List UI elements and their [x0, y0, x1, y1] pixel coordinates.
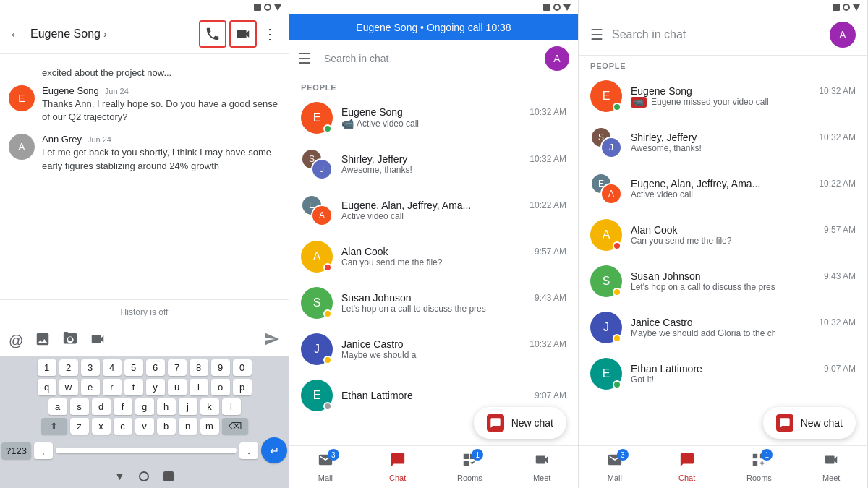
new-chat-fab-p3[interactable]: New chat [763, 407, 856, 439]
back-button[interactable]: ← [9, 26, 23, 43]
video-call-button[interactable] [229, 20, 257, 48]
camera-button[interactable] [62, 331, 78, 351]
chat-list-item[interactable]: J Janice Castro 10:32 AM Maybe we should… [289, 326, 578, 372]
chat-avatar-wrap: E [590, 80, 622, 112]
chat-list-item[interactable]: A Alan Cook 9:57 AM Can you send me the … [289, 234, 578, 280]
key-2[interactable]: 2 [59, 359, 78, 376]
chat-list-item[interactable]: E A Eugene, Alan, Jeffrey, Ama... 10:22 … [289, 187, 578, 234]
shift-key[interactable]: ⇧ [41, 418, 67, 435]
hamburger-menu-icon[interactable]: ☰ [298, 50, 311, 67]
space-key[interactable] [56, 448, 237, 453]
nav-rooms[interactable]: 1 Rooms [434, 446, 506, 488]
chat-list-item[interactable]: E Eugene Song 10:32 AM 📹 Active video ca… [289, 95, 578, 141]
key-b[interactable]: b [157, 418, 176, 435]
key-z[interactable]: z [70, 418, 89, 435]
key-0[interactable]: 0 [233, 359, 252, 376]
chat-list-item[interactable]: J Janice Castro 10:32 AM Maybe we should… [579, 304, 867, 351]
chat-info: Susan Johnson 9:43 AM Let's hop on a cal… [631, 270, 856, 292]
key-k[interactable]: k [200, 398, 219, 415]
phone-call-button[interactable] [199, 20, 226, 48]
chat-avatar-wrap: J [590, 312, 622, 343]
user-avatar-search[interactable]: A [545, 46, 569, 71]
key-f[interactable]: f [114, 398, 132, 415]
chat-name: Ethan Lattimore [631, 363, 702, 374]
key-p[interactable]: p [233, 379, 252, 395]
nav-chat[interactable]: Chat [362, 446, 434, 488]
battery-icon-p3 [853, 4, 860, 11]
key-h[interactable]: h [157, 398, 176, 415]
key-t[interactable]: t [124, 379, 143, 395]
key-5[interactable]: 5 [124, 359, 143, 376]
key-r[interactable]: r [103, 379, 122, 395]
chat-list-item[interactable]: E Eugene Song 10:32 AM 📹 Eugene missed y… [579, 73, 867, 119]
search-bar-p3[interactable]: Search in chat [612, 28, 821, 41]
search-input[interactable]: Search in chat [318, 50, 537, 67]
key-d[interactable]: d [92, 398, 111, 415]
key-o[interactable]: o [211, 379, 230, 395]
send-button[interactable] [264, 331, 280, 351]
backspace-key[interactable]: ⌫ [222, 418, 248, 435]
key-u[interactable]: u [168, 379, 187, 395]
key-y[interactable]: y [146, 379, 165, 395]
key-q[interactable]: q [38, 379, 56, 395]
chat-list-item[interactable]: E A Eugene, Alan, Jeffrey, Ama... 10:22 … [579, 166, 867, 212]
chat-list-item[interactable]: S Susan Johnson 9:43 AM Let's hop on a c… [579, 258, 867, 304]
user-avatar-p3[interactable]: A [830, 22, 856, 48]
key-g[interactable]: g [135, 398, 154, 415]
chat-avatar-wrap: S [301, 287, 333, 319]
mention-button[interactable]: @ [9, 333, 23, 349]
key-c[interactable]: c [114, 418, 132, 435]
chat-name: Eugene Song [631, 85, 692, 97]
chat-list-item[interactable]: S J Shirley, Jeffery 10:32 AM Awesome, t… [579, 119, 867, 166]
message-item: E Eugene Song Jun 24 Thanks Ann, I reall… [9, 85, 280, 124]
nav-meet-label-p3: Meet [822, 474, 840, 482]
nav-meet-p3[interactable]: Meet [795, 446, 867, 488]
key-j[interactable]: j [179, 398, 197, 415]
key-v[interactable]: v [135, 418, 154, 435]
period-key[interactable]: . [239, 442, 258, 459]
key-n[interactable]: n [179, 418, 197, 435]
chat-time: 9:57 AM [824, 225, 856, 235]
key-9[interactable]: 9 [211, 359, 230, 376]
chat-list-item[interactable]: E Ethan Lattimore 9:07 AM Got it! [579, 351, 867, 397]
chat-list-item[interactable]: S J Shirley, Jeffery 10:32 AM Awesome, t… [289, 141, 578, 187]
symbols-key[interactable]: ?123 [1, 442, 31, 459]
key-a[interactable]: a [48, 398, 67, 415]
key-x[interactable]: x [92, 418, 111, 435]
image-button[interactable] [35, 331, 51, 351]
chat-info: Alan Cook 9:57 AM Can you send me the fi… [631, 224, 856, 246]
people-section-label-p3: PEOPLE [579, 56, 867, 73]
nav-meet[interactable]: Meet [506, 446, 578, 488]
key-7[interactable]: 7 [168, 359, 187, 376]
key-l[interactable]: l [222, 398, 241, 415]
chat-avatar-wrap: E [590, 358, 622, 390]
keyboard-down-icon[interactable]: ▼ [115, 471, 125, 482]
key-m[interactable]: m [200, 418, 219, 435]
svg-rect-0 [753, 454, 757, 458]
chat-list-item[interactable]: S Susan Johnson 9:43 AM Let's hop on a c… [289, 280, 578, 326]
new-chat-fab[interactable]: New chat [474, 407, 566, 439]
nav-rooms-p3[interactable]: 1 Rooms [723, 446, 796, 488]
comma-key[interactable]: , [34, 442, 53, 459]
ongoing-call-banner[interactable]: Eugene Song • Ongoing call 10:38 [289, 14, 578, 40]
key-w[interactable]: w [59, 379, 78, 395]
nav-chat-p3[interactable]: Chat [651, 446, 723, 488]
hamburger-menu-p3[interactable]: ☰ [590, 26, 603, 43]
nav-mail-p3[interactable]: 3 Mail [579, 446, 651, 488]
key-i[interactable]: i [190, 379, 208, 395]
key-s[interactable]: s [70, 398, 89, 415]
nav-mail[interactable]: 3 Mail [289, 446, 362, 488]
key-8[interactable]: 8 [190, 359, 208, 376]
key-4[interactable]: 4 [103, 359, 122, 376]
chat-preview: Awesome, thanks! [341, 165, 486, 175]
key-6[interactable]: 6 [146, 359, 165, 376]
key-1[interactable]: 1 [38, 359, 56, 376]
video-record-button[interactable] [90, 331, 106, 351]
key-e[interactable]: e [81, 379, 100, 395]
key-3[interactable]: 3 [81, 359, 100, 376]
more-options-button[interactable]: ⋮ [260, 22, 280, 46]
chat-preview: Maybe we should add Gloria to the chatr.… [631, 328, 775, 338]
enter-key[interactable]: ↵ [261, 437, 287, 463]
search-bar: ☰ Search in chat A [289, 40, 578, 77]
chat-list-item[interactable]: A Alan Cook 9:57 AM Can you send me the … [579, 212, 867, 258]
